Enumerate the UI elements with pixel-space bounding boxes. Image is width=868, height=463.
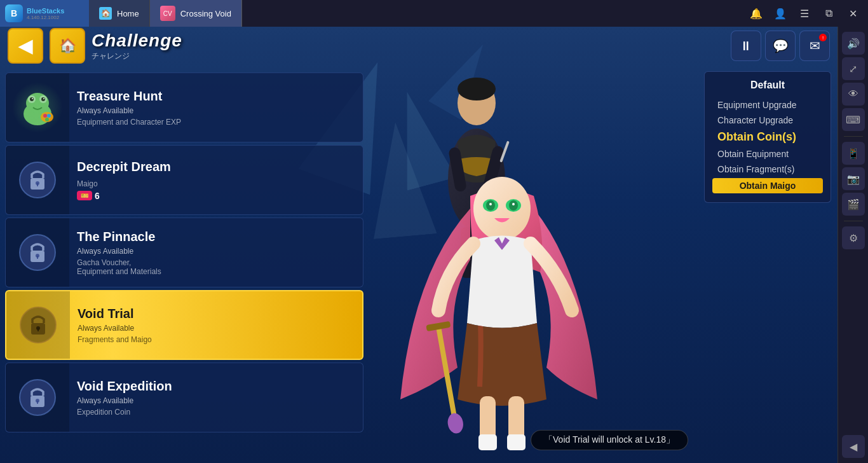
back-button[interactable]: ◀: [8, 28, 43, 64]
challenge-item-treasure-hunt[interactable]: Treasure Hunt Always Available Equipment…: [5, 73, 363, 142]
void-trial-name: Void Trial: [78, 307, 355, 321]
lock-svg-void-expedition: [15, 375, 60, 420]
svg-rect-15: [37, 183, 38, 186]
pinnacle-icon: [6, 218, 69, 287]
challenge-item-pinnacle[interactable]: The Pinnacle Always Available Gacha Vouc…: [5, 218, 363, 287]
mail-icon: ✉: [810, 38, 820, 53]
lock-svg-pinnacle: [15, 230, 60, 275]
bs-version: 4.140.12.1002: [27, 15, 64, 20]
titlebar: B BlueStacks 4.140.12.1002 🏠 Home CV Cro…: [0, 0, 868, 27]
view-btn[interactable]: 👁: [842, 83, 865, 106]
challenge-subtitle: チャレンジ: [92, 51, 182, 62]
game-tab-thumb: CV: [160, 6, 175, 21]
frog-container: [9, 79, 66, 136]
void-expedition-info: Void Expedition Always Available Expedit…: [69, 373, 363, 423]
account-btn[interactable]: 👤: [770, 3, 790, 24]
back-icon: ◀: [18, 36, 32, 57]
void-expedition-name: Void Expedition: [77, 379, 355, 394]
pinnacle-availability: Always Available: [77, 247, 355, 256]
detail-panel: Default Equipment Upgrade Character Upgr…: [381, 65, 837, 463]
challenge-item-void-expedition[interactable]: Void Expedition Always Available Expedit…: [5, 363, 363, 432]
rotate-btn[interactable]: 📱: [842, 142, 865, 165]
svg-point-42: [512, 203, 515, 205]
lock-svg-decrepit: [15, 158, 60, 202]
drop-item-obtain-maigo[interactable]: Obtain Maigo: [712, 178, 823, 193]
ticket-count: 6: [95, 191, 100, 201]
drop-item-equipment-upgrade[interactable]: Equipment Upgrade: [717, 97, 818, 113]
menu-btn[interactable]: ☰: [794, 3, 815, 24]
void-trial-reward: Fragments and Maigo: [78, 335, 355, 344]
keyboard-btn[interactable]: ⌨: [842, 108, 865, 131]
home-tab[interactable]: 🏠 Home: [89, 0, 150, 27]
topbar-right-buttons: ⏸ 💬 ✉ !: [731, 31, 830, 61]
svg-point-41: [489, 203, 492, 205]
home-button[interactable]: 🏠: [50, 28, 85, 64]
titlebar-controls: 🔔 👤 ☰ ⧉ ✕: [746, 3, 868, 24]
drop-menu-title: Default: [717, 79, 818, 91]
chat-btn[interactable]: 💬: [765, 31, 796, 61]
female-character: [381, 145, 623, 463]
void-expedition-icon: [6, 363, 69, 432]
bluestacks-logo: B BlueStacks 4.140.12.1002: [0, 0, 89, 27]
svg-rect-23: [37, 328, 39, 331]
close-btn[interactable]: ✕: [843, 3, 863, 24]
decrepit-dream-reward: Maigo: [77, 179, 355, 188]
void-trial-info: Void Trial Always Available Fragments an…: [70, 300, 362, 350]
lock-svg-void-trial: [16, 303, 60, 347]
void-expedition-availability: Always Available: [77, 396, 355, 405]
svg-point-36: [473, 177, 531, 240]
challenge-list: Treasure Hunt Always Available Equipment…: [0, 65, 369, 463]
game-tab-label: Crossing Void: [180, 9, 231, 18]
record-btn[interactable]: 🎬: [842, 193, 865, 216]
void-expedition-reward: Expedition Coin: [77, 408, 355, 417]
game-tab[interactable]: CV Crossing Void: [150, 0, 242, 27]
drop-item-obtain-fragments[interactable]: Obtain Fragment(s): [717, 162, 818, 177]
decrepit-dream-info: Decrepit Dream Maigo 🎫 6: [69, 153, 363, 207]
home-tab-label: Home: [117, 9, 139, 18]
decrepit-dream-name: Decrepit Dream: [77, 160, 355, 174]
sidebar-divider-1: [844, 136, 863, 137]
right-sidebar: 🔊 ⤢ 👁 ⌨ 📱 📷 🎬 ⚙ ◀: [837, 27, 868, 463]
drop-item-obtain-equipment[interactable]: Obtain Equipment: [717, 146, 818, 162]
home-icon: 🏠: [59, 38, 76, 54]
pause-icon: ⏸: [740, 39, 752, 53]
challenge-title: Challenge: [92, 31, 182, 51]
volume-btn[interactable]: 🔊: [842, 32, 865, 55]
drop-menu: Default Equipment Upgrade Character Upgr…: [704, 71, 831, 203]
drop-item-obtain-coins[interactable]: Obtain Coin(s): [717, 128, 818, 146]
svg-point-45: [446, 412, 465, 435]
treasure-hunt-icon: [6, 73, 69, 142]
fullscreen-btn[interactable]: ⤢: [842, 57, 865, 80]
mail-notification-badge: !: [819, 34, 827, 41]
mail-btn[interactable]: ✉ !: [799, 31, 830, 61]
svg-rect-19: [37, 256, 38, 259]
decrepit-dream-extra: 🎫 6: [77, 191, 355, 201]
camera-btn[interactable]: 📷: [842, 167, 865, 190]
treasure-hunt-availability: Always Available: [77, 106, 355, 115]
treasure-hunt-name: Treasure Hunt: [77, 89, 355, 104]
bs-icon: B: [5, 4, 23, 22]
home-tab-icon: 🏠: [99, 7, 112, 20]
pinnacle-reward: Gacha Voucher,Equipment and Materials: [77, 258, 355, 276]
challenge-item-void-trial[interactable]: Void Trial Always Available Fragments an…: [5, 290, 363, 360]
settings-btn[interactable]: ⚙: [842, 226, 865, 249]
bs-text-block: BlueStacks 4.140.12.1002: [27, 7, 64, 20]
pinnacle-name: The Pinnacle: [77, 230, 355, 244]
svg-point-30: [458, 78, 496, 100]
bs-app-name: BlueStacks: [27, 7, 64, 15]
challenge-item-decrepit-dream[interactable]: Decrepit Dream Maigo 🎫 6: [5, 145, 363, 215]
pause-btn[interactable]: ⏸: [731, 31, 761, 61]
treasure-hunt-info: Treasure Hunt Always Available Equipment…: [69, 83, 363, 133]
restore-btn[interactable]: ⧉: [818, 3, 839, 24]
pinnacle-info: The Pinnacle Always Available Gacha Vouc…: [69, 223, 363, 282]
drop-item-character-upgrade[interactable]: Character Upgrade: [717, 113, 818, 128]
void-trial-icon: [6, 291, 70, 359]
chat-icon: 💬: [773, 38, 789, 53]
treasure-hunt-reward: Equipment and Character EXP: [77, 118, 355, 127]
game-area: ◀ 🏠 Challenge チャレンジ ⏸ 💬 ✉ !: [0, 27, 837, 463]
void-trial-availability: Always Available: [78, 324, 355, 333]
svg-rect-49: [507, 434, 526, 450]
decrepit-dream-icon: [6, 146, 69, 214]
back-sidebar-btn[interactable]: ◀: [842, 435, 865, 458]
notification-btn[interactable]: 🔔: [746, 3, 766, 24]
